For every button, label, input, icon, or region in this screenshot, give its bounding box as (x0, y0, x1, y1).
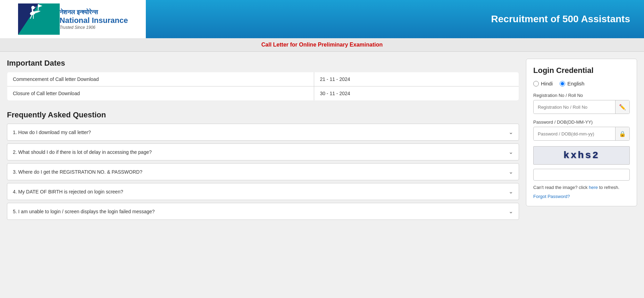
left-panel: Important Dates Commencement of Call let… (7, 59, 526, 223)
logo-area: नेशनल इन्श्योरेन्स National Insurance Tr… (0, 0, 146, 38)
date-value: 21 - 11 - 2024 (314, 72, 519, 86)
logo-text: नेशनल इन्श्योरेन्स National Insurance Tr… (60, 9, 128, 30)
lock-icon: 🔒 (615, 127, 629, 140)
edit-icon: ✏️ (615, 100, 629, 114)
faq-question: 2. What should I do if there is lot of d… (13, 149, 152, 155)
password-input-row: 🔒 (533, 127, 630, 141)
faq-question: 5. I am unable to login / screen display… (13, 209, 155, 214)
table-row: Closure of Call letter Download 30 - 11 … (7, 86, 519, 101)
captcha-refresh-link[interactable]: here (589, 185, 598, 190)
registration-input-row: ✏️ (533, 100, 630, 114)
language-row: Hindi English (533, 81, 630, 86)
english-radio[interactable] (560, 81, 565, 86)
date-value: 30 - 11 - 2024 (314, 86, 519, 101)
logo-hindi-text: नेशनल इन्श्योरेन्स (60, 9, 98, 16)
logo-tagline: Trusted Since 1906 (60, 25, 95, 30)
svg-point-4 (31, 6, 35, 9)
sub-header: Call Letter for Online Preliminary Exami… (0, 38, 644, 52)
logo-english-text: National Insurance (60, 16, 128, 25)
page-header: नेशनल इन्श्योरेन्स National Insurance Tr… (0, 0, 644, 38)
date-label: Closure of Call letter Download (7, 86, 314, 101)
header-title: Recruitment of 500 Assistants (491, 14, 630, 25)
table-row: Commencement of Call letter Download 21 … (7, 72, 519, 86)
hindi-radio-label[interactable]: Hindi (533, 81, 553, 86)
hindi-label: Hindi (541, 81, 553, 86)
chevron-down-icon: ⌄ (509, 168, 513, 175)
chevron-down-icon: ⌄ (509, 208, 513, 215)
captcha-input[interactable] (533, 169, 630, 181)
chevron-down-icon: ⌄ (509, 129, 513, 135)
faq-question: 4. My DATE OF BIRTH is rejected on login… (13, 189, 123, 194)
forgot-password-link[interactable]: Forgot Password? (533, 194, 630, 199)
faq-section: Frequently Asked Question 1. How do I do… (7, 110, 519, 220)
login-title: Login Credential (533, 66, 630, 75)
main-content: Important Dates Commencement of Call let… (0, 52, 644, 230)
faq-item[interactable]: 3. Where do I get the REGISTRATION NO. &… (7, 163, 519, 180)
hindi-radio[interactable] (533, 81, 539, 86)
sub-header-text: Call Letter for Online Preliminary Exami… (261, 42, 383, 48)
dates-table: Commencement of Call letter Download 21 … (7, 72, 519, 101)
faq-item[interactable]: 4. My DATE OF BIRTH is rejected on login… (7, 183, 519, 200)
faq-item[interactable]: 2. What should I do if there is lot of d… (7, 143, 519, 160)
faq-item[interactable]: 5. I am unable to login / screen display… (7, 203, 519, 220)
captcha-refresh-suffix: to refresh. (599, 185, 620, 190)
registration-input[interactable] (534, 101, 615, 113)
faq-question: 3. Where do I get the REGISTRATION NO. &… (13, 169, 142, 175)
faq-item[interactable]: 1. How do I download my call letter? ⌄ (7, 124, 519, 141)
registration-label: Registration No / Roll No (533, 93, 630, 98)
important-dates-title: Important Dates (7, 59, 519, 68)
password-label: Password / DOB(DD-MM-YY) (533, 119, 630, 125)
faq-question: 1. How do I download my call letter? (13, 130, 91, 135)
captcha-image: kxhs2 (533, 146, 630, 165)
login-panel: Login Credential Hindi English Registrat… (526, 59, 637, 206)
english-label: English (567, 81, 584, 86)
captcha-refresh-text: Can't read the image? click here to refr… (533, 184, 630, 191)
password-input[interactable] (534, 128, 615, 140)
chevron-down-icon: ⌄ (509, 188, 513, 195)
english-radio-label[interactable]: English (560, 81, 584, 86)
captcha-area: kxhs2 (533, 146, 630, 181)
date-label: Commencement of Call letter Download (7, 72, 314, 86)
captcha-refresh-prefix: Can't read the image? click (533, 185, 587, 190)
chevron-down-icon: ⌄ (509, 149, 513, 155)
logo-graphic (18, 3, 60, 35)
faq-list: 1. How do I download my call letter? ⌄ 2… (7, 124, 519, 220)
faq-title: Frequently Asked Question (7, 110, 519, 119)
